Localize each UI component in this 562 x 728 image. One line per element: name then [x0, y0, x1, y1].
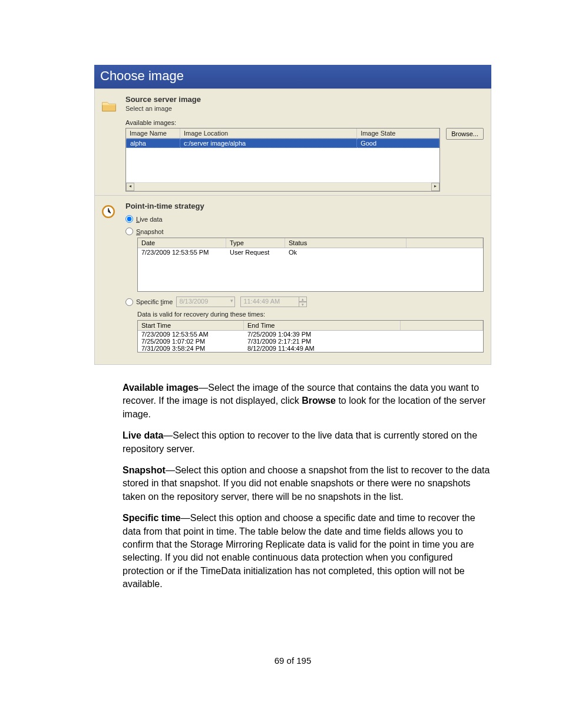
radio-snapshot-input[interactable]	[125, 228, 133, 235]
cell-snap-status: Ok	[285, 248, 483, 256]
scroll-left-icon[interactable]: ◂	[126, 183, 134, 191]
cell-snap-date: 7/23/2009 12:53:55 PM	[138, 248, 226, 256]
doc-body: Available images—Select the image of the…	[94, 381, 491, 591]
clock-icon	[101, 204, 117, 220]
radio-snapshot[interactable]: Snapshot	[125, 228, 484, 235]
cell-state: Good	[357, 139, 439, 148]
radio-specific-input[interactable]	[125, 298, 133, 306]
valid-times-label: Data is valid for recovery during these …	[137, 311, 484, 318]
para-available-images: Available images—Select the image of the…	[123, 381, 491, 421]
source-sub: Select an image	[125, 105, 484, 112]
snapshot-table[interactable]: Date Type Status 7/23/2009 12:53:55 PM U…	[137, 238, 484, 292]
radio-live-input[interactable]	[125, 215, 133, 223]
dialog-body: Source server image Select an image Avai…	[94, 89, 491, 365]
valid-times-table[interactable]: Start Time End Time 7/23/2009 12:53:55 A…	[137, 320, 484, 353]
images-table[interactable]: Image Name Image Location Image State al…	[125, 128, 440, 192]
radio-snapshot-label: Snapshot	[136, 228, 164, 235]
page-number: 69 of 195	[94, 655, 491, 666]
time-spinner: ▴▾	[299, 297, 307, 307]
cell-location: c:/server image/alpha	[180, 139, 357, 148]
folder-icon	[101, 97, 117, 114]
cell-snap-type: User Request	[226, 248, 285, 256]
specific-time-field: 11:44:49 AM	[240, 297, 299, 307]
para-live-data: Live data—Select this option to recover …	[123, 429, 491, 456]
table-row[interactable]: 7/31/2009 3:58:24 PM 8/12/2009 11:44:49 …	[138, 345, 483, 352]
para-specific-time: Specific time—Select this option and cho…	[123, 512, 491, 591]
source-server-section: Source server image Select an image Avai…	[95, 89, 491, 195]
specific-date-field: 8/13/2009	[176, 297, 235, 307]
radio-specific-label: Specific time	[136, 298, 173, 305]
col-snap-type[interactable]: Type	[226, 238, 285, 248]
pit-heading: Point-in-time strategy	[125, 202, 484, 210]
point-in-time-section: Point-in-time strategy LLive dataive dat…	[95, 195, 491, 360]
horizontal-scrollbar[interactable]: ◂ ▸	[126, 182, 439, 191]
col-image-state[interactable]: Image State	[357, 129, 439, 138]
col-snap-empty	[406, 238, 483, 248]
radio-live-data[interactable]: LLive dataive data	[125, 215, 484, 223]
table-row[interactable]: 7/23/2009 12:53:55 PM User Request Ok	[138, 248, 483, 256]
col-snap-status[interactable]: Status	[285, 238, 406, 248]
para-snapshot: Snapshot—Select this option and choose a…	[123, 464, 491, 503]
dialog-title: Choose image	[94, 65, 491, 89]
col-image-name[interactable]: Image Name	[126, 129, 180, 138]
scroll-right-icon[interactable]: ▸	[431, 183, 439, 191]
col-start-time[interactable]: Start Time	[138, 321, 244, 330]
table-row[interactable]: alpha c:/server image/alpha Good	[126, 139, 439, 148]
table-row[interactable]: 7/25/2009 1:07:02 PM 7/31/2009 2:17:21 P…	[138, 338, 483, 345]
col-times-empty	[401, 321, 483, 330]
source-heading: Source server image	[125, 95, 484, 104]
col-snap-date[interactable]: Date	[138, 238, 226, 248]
table-row[interactable]: 7/23/2009 12:53:55 AM 7/25/2009 1:04:39 …	[138, 331, 483, 338]
radio-live-label: LLive dataive data	[136, 216, 163, 223]
col-end-time[interactable]: End Time	[244, 321, 401, 330]
browse-button[interactable]: Browse...	[446, 128, 484, 140]
col-image-location[interactable]: Image Location	[180, 129, 357, 138]
radio-specific-time[interactable]: Specific time 8/13/2009 11:44:49 AM ▴▾	[125, 297, 484, 307]
cell-name: alpha	[126, 139, 180, 148]
available-images-label: Available images:	[125, 119, 484, 126]
